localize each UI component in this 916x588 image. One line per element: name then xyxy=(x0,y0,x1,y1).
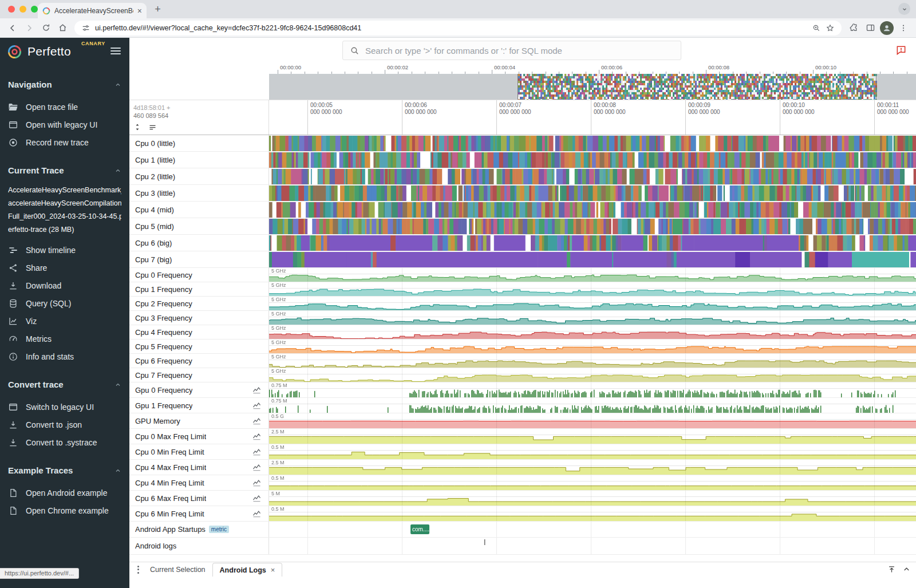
sidebar-item-convert-to-systrace[interactable]: Convert to .systrace xyxy=(0,433,129,451)
track-content[interactable]: 0.5 M xyxy=(269,444,916,459)
track-canvas[interactable] xyxy=(269,538,916,554)
section-title-convert-trace[interactable]: Convert trace xyxy=(8,380,121,389)
track-name-cpu-4-frequency[interactable]: Cpu 4 Frequency xyxy=(129,325,269,339)
line-chart-icon[interactable] xyxy=(252,447,262,457)
hamburger-menu-icon[interactable] xyxy=(110,48,121,56)
track-name-cpu-6-frequency[interactable]: Cpu 6 Frequency xyxy=(129,354,269,368)
track-name-cpu-0-min-freq-limit[interactable]: Cpu 0 Min Freq Limit xyxy=(129,444,269,459)
sidebar-item-open-trace-file[interactable]: Open trace file xyxy=(0,98,129,116)
track-name-cpu-0-little[interactable]: Cpu 0 (little) xyxy=(129,135,269,151)
track-content[interactable] xyxy=(269,251,916,267)
sidebar-item-viz[interactable]: Viz xyxy=(0,312,129,330)
track-content[interactable] xyxy=(269,152,916,168)
track-content[interactable]: 5 GHz xyxy=(269,368,916,382)
track-content[interactable] xyxy=(269,185,916,201)
section-title-example-traces[interactable]: Example Traces xyxy=(8,465,121,475)
track-canvas[interactable] xyxy=(269,297,916,310)
track-content[interactable] xyxy=(269,168,916,184)
track-canvas[interactable] xyxy=(269,218,916,234)
sidebar-item-open-with-legacy-ui[interactable]: Open with legacy UI xyxy=(0,116,129,133)
tab-current-selection[interactable]: Current Selection xyxy=(143,562,212,577)
sidebar-item-switch-to-legacy-ui[interactable]: Switch to legacy UI xyxy=(0,398,129,416)
search-box[interactable] xyxy=(342,41,681,60)
zoom-window-button[interactable] xyxy=(31,6,38,13)
browser-tab[interactable]: AccelerateHeavyScreenBenc × xyxy=(38,3,147,18)
sidebar-item-open-chrome-example[interactable]: Open Chrome example xyxy=(0,502,129,519)
track-sort-icon[interactable] xyxy=(148,123,157,132)
track-name-cpu-7-big[interactable]: Cpu 7 (big) xyxy=(129,251,269,267)
section-title-current-trace[interactable]: Current Trace xyxy=(8,165,121,175)
track-content[interactable]: 2.5 M xyxy=(269,460,916,475)
track-content[interactable]: 5 M xyxy=(269,491,916,506)
track-canvas[interactable] xyxy=(269,382,916,397)
track-canvas[interactable] xyxy=(269,135,916,151)
track-canvas[interactable] xyxy=(269,168,916,184)
track-canvas[interactable] xyxy=(269,235,916,251)
line-chart-icon[interactable] xyxy=(252,416,262,426)
profile-avatar[interactable] xyxy=(880,21,894,35)
track-canvas[interactable] xyxy=(269,444,916,459)
line-chart-icon[interactable] xyxy=(252,432,262,441)
track-content[interactable]: 0.75 M xyxy=(269,382,916,397)
close-icon[interactable]: × xyxy=(271,566,275,574)
track-name-cpu-1-frequency[interactable]: Cpu 1 Frequency xyxy=(129,282,269,296)
line-chart-icon[interactable] xyxy=(252,463,262,472)
home-button[interactable] xyxy=(56,21,69,35)
track-name-cpu-1-little[interactable]: Cpu 1 (little) xyxy=(129,152,269,168)
track-name-cpu-4-max-freq-limit[interactable]: Cpu 4 Max Freq Limit xyxy=(129,460,269,475)
line-chart-icon[interactable] xyxy=(252,509,262,519)
track-name-cpu-6-max-freq-limit[interactable]: Cpu 6 Max Freq Limit xyxy=(129,491,269,506)
section-title-navigation[interactable]: Navigation xyxy=(8,80,121,89)
track-content[interactable]: 5 GHz xyxy=(269,354,916,368)
track-name-cpu-7-frequency[interactable]: Cpu 7 Frequency xyxy=(129,368,269,382)
track-name-cpu-0-max-freq-limit[interactable]: Cpu 0 Max Freq Limit xyxy=(129,429,269,444)
report-bug-icon[interactable] xyxy=(895,45,907,56)
sidebar-item-open-android-example[interactable]: Open Android example xyxy=(0,484,129,502)
track-content[interactable] xyxy=(269,135,916,151)
track-canvas[interactable] xyxy=(269,398,916,413)
track-canvas[interactable] xyxy=(269,202,916,218)
line-chart-icon[interactable] xyxy=(252,494,262,503)
track-content[interactable] xyxy=(269,202,916,218)
close-window-button[interactable] xyxy=(8,6,15,13)
track-content[interactable] xyxy=(269,235,916,251)
track-content[interactable]: 0.5 M xyxy=(269,506,916,521)
track-canvas[interactable] xyxy=(269,185,916,201)
track-canvas[interactable] xyxy=(269,368,916,382)
browser-menu-icon[interactable] xyxy=(897,21,910,35)
site-settings-icon[interactable] xyxy=(81,23,90,33)
forward-button[interactable] xyxy=(22,21,36,35)
zoom-icon[interactable] xyxy=(812,23,821,33)
track-canvas[interactable] xyxy=(269,429,916,444)
track-name-gpu-0-frequency[interactable]: Gpu 0 Frequency xyxy=(129,382,269,397)
track-canvas[interactable] xyxy=(269,491,916,506)
track-name-cpu-4-mid[interactable]: Cpu 4 (mid) xyxy=(129,202,269,218)
startup-slice[interactable]: com.... xyxy=(410,524,429,534)
sidebar-item-download[interactable]: Download xyxy=(0,277,129,294)
collapse-panel-button[interactable] xyxy=(900,563,913,576)
track-content[interactable]: 5 GHz xyxy=(269,311,916,325)
track-name-cpu-0-frequency[interactable]: Cpu 0 Frequency xyxy=(129,268,269,282)
sidebar-item-metrics[interactable]: Metrics xyxy=(0,330,129,348)
close-tab-icon[interactable]: × xyxy=(137,7,142,15)
sidebar-item-query-sql[interactable]: Query (SQL) xyxy=(0,294,129,312)
track-content[interactable] xyxy=(269,538,916,554)
track-canvas[interactable] xyxy=(269,340,916,353)
bookmark-star-icon[interactable] xyxy=(826,23,835,33)
sidebar-item-share[interactable]: Share xyxy=(0,259,129,277)
reload-button[interactable] xyxy=(39,21,53,35)
track-content[interactable]: 0.5 M xyxy=(269,475,916,490)
track-name-cpu-3-little[interactable]: Cpu 3 (little) xyxy=(129,185,269,201)
time-ruler[interactable]: 00:00:05000 000 00000:00:06000 000 00000… xyxy=(269,100,916,135)
tab-search-button[interactable] xyxy=(898,3,910,15)
expand-tracks-icon[interactable] xyxy=(133,123,141,132)
track-name-cpu-5-mid[interactable]: Cpu 5 (mid) xyxy=(129,218,269,234)
track-canvas[interactable] xyxy=(269,311,916,325)
track-name-android-app-startups[interactable]: Android App Startupsmetric xyxy=(129,522,269,537)
track-content[interactable]: 5 GHz xyxy=(269,297,916,310)
scroll-to-top-button[interactable] xyxy=(885,563,898,576)
track-content[interactable]: 0.5 G xyxy=(269,413,916,428)
track-canvas[interactable] xyxy=(269,268,916,282)
track-content[interactable]: 5 GHz xyxy=(269,340,916,353)
track-content[interactable]: 2.5 M xyxy=(269,429,916,444)
